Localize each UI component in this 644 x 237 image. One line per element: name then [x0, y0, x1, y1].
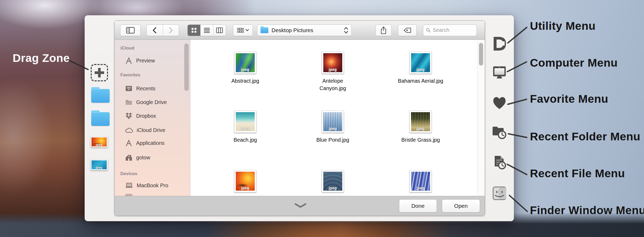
favorite-menu-button[interactable]	[491, 94, 508, 111]
recent-folder-menu-label: Recent Folder Menu	[530, 130, 640, 143]
sidebar-item-label: MacBook Pro	[137, 182, 168, 189]
image-thumbnail: jpeg	[91, 137, 107, 146]
forward-button[interactable]	[163, 25, 179, 36]
sidebar-item-preview[interactable]: Preview	[125, 55, 155, 66]
sidebar-item-recents[interactable]: Recents	[125, 83, 155, 94]
recent-file-menu-label: Recent File Menu	[530, 167, 625, 180]
sidebar-item-label: Recents	[136, 86, 155, 92]
group-by-button[interactable]	[233, 24, 253, 36]
utility-menu-label: Utility Menu	[530, 19, 596, 32]
sidebar-item-dropbox[interactable]: Dropbox	[125, 111, 156, 121]
stepper-icon	[344, 27, 348, 34]
sidebar-item-label: Google Drive	[136, 99, 167, 105]
sidebar-item-applications[interactable]: Applications	[125, 138, 165, 148]
applications-icon	[125, 140, 132, 146]
file-name: Bristle Grass.jpg	[390, 136, 451, 144]
jpeg-badge: jpeg	[417, 186, 425, 190]
search-input[interactable]	[433, 27, 474, 33]
sidebar-section-favorites: Favorites	[120, 72, 140, 78]
file-item[interactable]: jpeg Abstract.jpg	[206, 52, 285, 85]
sidebar-item-google-drive[interactable]: Google Drive	[125, 97, 167, 107]
finder-window-menu-label: Finder Window Menu	[530, 204, 644, 217]
sidebar-toggle-button[interactable]	[120, 24, 141, 36]
file-name: Abstract.jpg	[215, 77, 275, 85]
jpeg-badge: jpeg	[417, 126, 425, 131]
search-field[interactable]	[423, 24, 477, 36]
folder-icon	[125, 99, 132, 105]
open-button[interactable]: Open	[442, 199, 480, 213]
tag-icon	[403, 27, 412, 33]
file-name: Beach.jpg	[215, 136, 275, 144]
list-view-icon	[204, 27, 210, 33]
recent-file-icon	[495, 156, 505, 169]
toolbar: Desktop Pictures	[115, 21, 485, 40]
sidebar: iCloud Preview Favorites	[115, 40, 190, 196]
default-folder-dialog: jpeg jpeg	[85, 15, 514, 221]
sidebar-item-partial	[125, 194, 132, 196]
chevron-down-icon	[246, 29, 249, 31]
sidebar-item-macbook-pro[interactable]: MacBook Pro	[125, 180, 168, 191]
scrollbar-track	[477, 40, 485, 196]
finder-window-menu-button[interactable]	[491, 185, 508, 202]
back-icon	[152, 27, 157, 34]
utility-menu-button[interactable]	[491, 35, 508, 52]
folder-icon	[260, 27, 268, 33]
collapse-chevron-button[interactable]	[295, 203, 306, 208]
file-item[interactable]: jpeg Blue Pond.jpg	[293, 111, 372, 144]
file-item[interactable]: jpeg	[206, 170, 285, 196]
home-icon	[125, 154, 132, 161]
preview-app-icon	[125, 57, 132, 64]
file-item[interactable]: jpeg	[381, 170, 460, 196]
file-item[interactable]: jpeg Bahamas Aerial.jpg	[381, 52, 460, 85]
jpeg-badge: jpeg	[329, 186, 337, 190]
recent-folder-menu-button[interactable]	[491, 124, 508, 141]
computer-menu-button[interactable]	[491, 65, 508, 82]
scrollbar-thumb[interactable]	[479, 43, 483, 66]
sidebar-section-devices: Devices	[120, 171, 137, 176]
jpeg-badge: jpeg	[241, 67, 249, 72]
group-by-icon	[237, 28, 244, 33]
column-view-button[interactable]	[213, 25, 226, 36]
sidebar-scrollbar-thumb[interactable]	[184, 43, 189, 91]
sidebar-item-home-gotow[interactable]: gotow	[125, 152, 150, 163]
sidebar-item-label: Applications	[136, 140, 165, 146]
sidebar-item-label: gotow	[136, 155, 150, 161]
image-thumbnail: jpeg	[91, 160, 107, 169]
share-button[interactable]	[375, 24, 392, 36]
file-item[interactable]: jpeg Bristle Grass.jpg	[381, 111, 460, 144]
computer-menu-label: Computer Menu	[530, 56, 618, 69]
dragged-folder-icon[interactable]	[91, 112, 110, 126]
drag-zone-add-target[interactable]	[91, 64, 108, 81]
back-button[interactable]	[147, 25, 163, 36]
column-view-icon	[216, 27, 223, 33]
dropbox-icon	[125, 112, 132, 119]
search-icon	[426, 27, 431, 33]
dragged-image-chip[interactable]: jpeg	[90, 136, 108, 147]
tag-button[interactable]	[398, 24, 417, 36]
file-item[interactable]: jpeg	[293, 170, 372, 196]
icon-view-button[interactable]	[188, 25, 200, 36]
file-name: Bahamas Aerial.jpg	[390, 77, 451, 85]
jpeg-badge: jpeg	[96, 166, 103, 169]
sidebar-toggle-icon	[126, 27, 135, 34]
done-button[interactable]: Done	[399, 199, 437, 213]
file-grid: jpeg Abstract.jpg jpeg Antelope Canyon.j…	[190, 40, 485, 196]
favorite-menu-label: Favorite Menu	[530, 92, 608, 105]
finder-icon	[493, 187, 506, 200]
computer-icon	[493, 66, 506, 78]
jpeg-badge: jpeg	[329, 126, 337, 131]
file-item[interactable]: jpeg Antelope Canyon.jpg	[293, 52, 372, 92]
file-item[interactable]: jpeg Beach.jpg	[206, 111, 285, 144]
folder-path-popup[interactable]: Desktop Pictures	[257, 24, 352, 36]
jpeg-badge: jpeg	[329, 67, 337, 72]
sidebar-item-icloud-drive[interactable]: iCloud Drive	[125, 125, 165, 135]
jpeg-badge: jpeg	[96, 143, 103, 146]
dragged-image-chip[interactable]: jpeg	[90, 159, 108, 170]
sidebar-item-label: Dropbox	[136, 113, 156, 119]
laptop-icon	[125, 182, 133, 188]
recents-tray-icon	[125, 85, 132, 92]
recent-file-menu-button[interactable]	[491, 154, 508, 171]
dragged-folder-icon[interactable]	[91, 89, 110, 103]
list-view-button[interactable]	[200, 25, 213, 36]
file-name: Blue Pond.jpg	[303, 136, 363, 144]
